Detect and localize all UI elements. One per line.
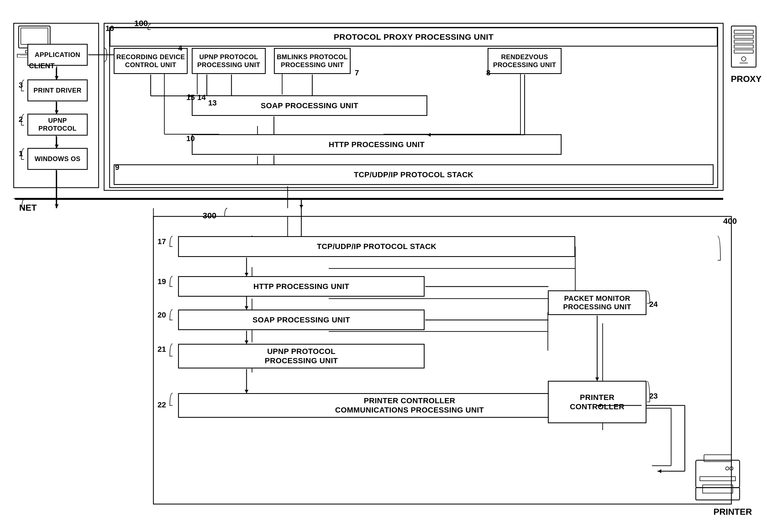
svg-marker-66 xyxy=(55,76,59,79)
svg-marker-68 xyxy=(55,145,59,148)
upnp-lower-box: UPNP PROTOCOLPROCESSING UNIT xyxy=(178,344,425,368)
number-23: 23 xyxy=(649,392,658,401)
number-7: 7 xyxy=(355,68,359,77)
svg-rect-56 xyxy=(700,477,735,481)
printer-icon xyxy=(690,449,745,504)
svg-rect-48 xyxy=(734,30,753,33)
number-14: 14 xyxy=(197,93,206,102)
upnp-protocol-upper-box: UPNP PROTOCOLPROCESSING UNIT xyxy=(192,48,266,74)
number-15: 15 xyxy=(186,93,195,102)
number-22: 22 xyxy=(158,401,166,409)
number-4: 4 xyxy=(178,44,182,53)
number-100: 100 xyxy=(134,19,148,28)
number-10: 10 xyxy=(186,134,195,143)
proxy-icon xyxy=(729,25,759,68)
tcp-udp-lower-box: TCP/UDP/IP PROTOCOL STACK xyxy=(178,236,575,257)
svg-marker-104 xyxy=(55,204,59,208)
http-upper-box: HTTP PROCESSING UNIT xyxy=(192,134,562,155)
proxy-label: PROXY xyxy=(731,74,762,84)
recording-device-box: RECORDING DEVICECONTROL UNIT xyxy=(114,48,188,74)
protocol-proxy-box: PROTOCOL PROXY PROCESSING UNIT xyxy=(110,27,718,47)
windows-os-box: WINDOWS OS xyxy=(27,148,88,170)
rendezvous-box: RENDEZVOUS PROCESSING UNIT xyxy=(488,48,562,74)
bmlinks-protocol-box: BMLINKS PROTOCOLPROCESSING UNIT xyxy=(274,48,351,74)
number-300: 300 xyxy=(203,211,216,220)
svg-rect-49 xyxy=(734,35,753,38)
net-label: NET xyxy=(19,203,37,213)
number-16: 16 xyxy=(105,24,114,33)
soap-lower-box: SOAP PROCESSING UNIT xyxy=(178,310,425,330)
number-20: 20 xyxy=(158,311,166,319)
packet-monitor-box: PACKET MONITORPROCESSING UNIT xyxy=(548,290,646,315)
number-3: 3 xyxy=(19,81,23,90)
number-19: 19 xyxy=(158,277,166,286)
soap-upper-box: SOAP PROCESSING UNIT xyxy=(192,95,427,116)
client-label: CLIENT xyxy=(23,62,60,70)
tcp-udp-upper-box: TCP/UDP/IP PROTOCOL STACK xyxy=(114,164,714,185)
number-8: 8 xyxy=(486,68,491,77)
number-400: 400 xyxy=(723,216,737,226)
lines-svg xyxy=(0,0,767,532)
svg-point-60 xyxy=(726,467,729,470)
upnp-protocol-box: UPNP PROTOCOL xyxy=(27,114,88,136)
svg-marker-103 xyxy=(299,205,303,208)
svg-rect-50 xyxy=(734,40,753,43)
http-lower-box: HTTP PROCESSING UNIT xyxy=(178,276,425,297)
svg-rect-55 xyxy=(696,460,740,488)
print-driver-box: PRINT DRIVER xyxy=(27,79,88,101)
svg-marker-88 xyxy=(245,390,248,393)
svg-marker-98 xyxy=(658,469,661,473)
svg-marker-92 xyxy=(595,377,599,381)
printer-label: PRINTER xyxy=(714,507,752,517)
svg-marker-87 xyxy=(245,341,248,344)
svg-marker-85 xyxy=(245,273,248,276)
svg-marker-67 xyxy=(55,110,59,114)
svg-rect-52 xyxy=(734,50,753,53)
svg-rect-42 xyxy=(21,28,48,44)
svg-point-53 xyxy=(742,57,746,61)
svg-marker-86 xyxy=(245,306,248,310)
diagram: APPLICATION PRINT DRIVER UPNP PROTOCOL W… xyxy=(0,0,767,532)
svg-rect-51 xyxy=(734,45,753,48)
svg-rect-58 xyxy=(703,485,733,493)
connectors-svg xyxy=(0,0,767,532)
number-9: 9 xyxy=(115,163,119,172)
printer-controller-box: PRINTERCONTROLLER xyxy=(548,381,646,423)
number-2: 2 xyxy=(19,115,23,124)
number-1: 1 xyxy=(19,149,23,158)
svg-point-59 xyxy=(730,467,733,470)
number-13: 13 xyxy=(208,99,217,107)
number-17: 17 xyxy=(158,237,166,246)
number-24: 24 xyxy=(649,300,658,309)
number-21: 21 xyxy=(158,345,166,354)
